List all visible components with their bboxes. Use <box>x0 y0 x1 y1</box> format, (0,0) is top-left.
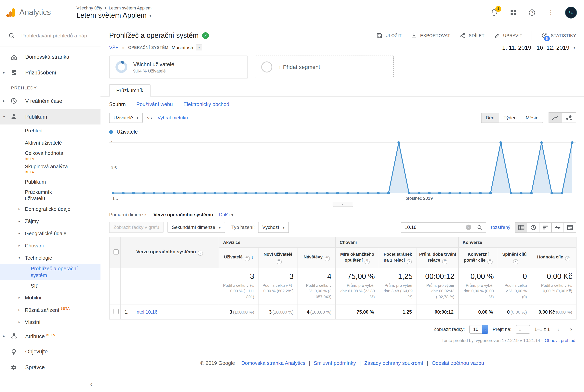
plot-rows-button[interactable]: Zobrazit řádky v grafu <box>109 222 164 233</box>
subtab-site-usage[interactable]: Používání webu <box>136 101 173 107</box>
table-search-input[interactable] <box>404 224 466 230</box>
column-header-users[interactable]: Uživatelé?↓ <box>219 248 258 268</box>
users-line-chart[interactable]: 10,5l…prosinec 2019 <box>109 137 576 203</box>
analytics-logo[interactable]: Analytics <box>6 7 72 18</box>
help-icon[interactable]: ? <box>365 259 370 264</box>
percentage-view-button[interactable] <box>527 222 540 233</box>
chart-expand-handle[interactable]: ▾ <box>332 202 353 207</box>
help-icon[interactable]: ? <box>488 259 492 264</box>
footer-link-analytics-home[interactable]: Domovská stránka Analytics <box>241 360 305 366</box>
column-header-goal-value[interactable]: Hodnota cíle? <box>531 248 576 268</box>
sidebar-search[interactable] <box>0 25 100 46</box>
breadcrumb[interactable]: Všechny účty > Letem světem Applem <box>76 5 152 10</box>
metric-select[interactable]: Uživatelé ▾ <box>109 112 143 123</box>
refresh-report-link[interactable]: Obnovit přehled <box>545 338 575 343</box>
primary-dimension-selected[interactable]: Verze operačního systému <box>154 212 213 218</box>
sidebar-item-active-users[interactable]: Aktivní uživatelé <box>0 137 100 149</box>
table-search-button[interactable] <box>474 222 486 233</box>
advanced-search-link[interactable]: rozšířený <box>491 224 510 230</box>
help-icon[interactable]: ? <box>244 256 250 262</box>
column-header-new-users[interactable]: Noví uživatelé? <box>258 248 298 268</box>
previous-page-button[interactable]: ‹ <box>554 326 563 334</box>
help-icon[interactable]: ? <box>407 259 412 264</box>
next-page-button[interactable]: › <box>567 326 575 334</box>
sidebar-item-audience[interactable]: ▾ Publikum <box>0 109 100 124</box>
goto-page-input[interactable] <box>516 325 530 334</box>
help-icon[interactable]: ? <box>513 259 518 264</box>
sidebar-item-behavior[interactable]: ▸ Chování <box>0 240 100 252</box>
report-search-input[interactable] <box>21 33 92 38</box>
dimension-more-link[interactable]: Další ▾ <box>219 212 234 218</box>
sidebar-item-customization[interactable]: ▸ Přizpůsobení <box>0 64 100 80</box>
pivot-view-button[interactable] <box>564 222 576 233</box>
sidebar-item-realtime[interactable]: ▸ V reálném čase <box>0 93 100 109</box>
apps-grid-button[interactable] <box>508 8 518 17</box>
motion-chart-toggle[interactable] <box>562 112 576 123</box>
save-button[interactable]: ULOŽIT <box>376 32 402 39</box>
granularity-week-button[interactable]: Týden <box>499 112 521 123</box>
sort-type-select[interactable]: Výchozí ▾ <box>258 222 289 233</box>
clear-search-icon[interactable]: × <box>466 224 471 230</box>
sidebar-item-custom[interactable]: ▸ Vlastní <box>0 316 100 328</box>
column-header-pages-session[interactable]: Počet stránek na 1 relaci? <box>379 248 417 268</box>
avatar[interactable]: Ła <box>565 6 577 18</box>
sidebar-item-interests[interactable]: ▸ Zájmy <box>0 215 100 228</box>
column-header-session-duration[interactable]: Prům. doba trvání relace? <box>417 248 458 268</box>
performance-view-button[interactable] <box>540 222 552 233</box>
overflow-menu-button[interactable]: ⋮ <box>546 8 556 17</box>
select-metric-link[interactable]: Vybrat metriku <box>158 115 188 120</box>
footer-link-feedback[interactable]: Odeslat zpětnou vazbu <box>432 360 484 366</box>
date-range-picker[interactable]: 1. 11. 2019 - 16. 12. 2019 ▾ <box>502 44 575 51</box>
add-segment-button[interactable]: + Přidat segment <box>255 56 394 78</box>
help-icon[interactable]: ? <box>324 256 330 262</box>
sidebar-item-admin[interactable]: Správce <box>0 360 100 376</box>
column-header-conversion-rate[interactable]: Konverzní poměr cíle? <box>458 248 498 268</box>
column-header-dimension[interactable]: Verze operačního systému? <box>120 237 219 268</box>
sidebar-item-demographics[interactable]: ▸ Demografické údaje <box>0 203 100 215</box>
column-header-goal-completions[interactable]: Splnění cílů? <box>498 248 531 268</box>
row-checkbox[interactable] <box>114 309 118 314</box>
select-all-checkbox[interactable] <box>114 250 118 255</box>
comparison-view-button[interactable] <box>552 222 564 233</box>
sidebar-item-lifetime-value[interactable]: Celková hodnotaBETA <box>0 149 100 162</box>
sidebar-collapse-button[interactable]: ‹ <box>90 380 92 389</box>
notifications-button[interactable]: 1 <box>490 8 499 17</box>
account-title[interactable]: Letem světem Applem ▾ <box>76 11 152 20</box>
sidebar-item-browser-os[interactable]: Prohlížeč a operační systém <box>0 264 100 280</box>
tab-explorer[interactable]: Průzkumník <box>109 84 150 96</box>
share-button[interactable]: SDÍLET <box>459 32 485 39</box>
sidebar-item-cross-device[interactable]: ▸ Různá zařízeníBETA <box>0 304 100 316</box>
insights-button[interactable]: 6 STATISTIKY <box>541 32 576 39</box>
footer-link-terms[interactable]: Smluvní podmínky <box>314 360 356 366</box>
help-icon[interactable]: ? <box>442 259 448 264</box>
sidebar-item-home[interactable]: Domovská stránka <box>0 49 100 64</box>
data-view-button[interactable] <box>515 222 527 233</box>
sidebar-item-user-explorer[interactable]: Průzkumník uživatelů <box>0 188 100 203</box>
granularity-month-button[interactable]: Měsíc <box>521 112 543 123</box>
footer-link-privacy[interactable]: Zásady ochrany soukromí <box>364 360 423 366</box>
line-chart-toggle[interactable] <box>548 112 562 123</box>
column-header-sessions[interactable]: Návštěvy? <box>298 248 336 268</box>
sidebar-item-discover[interactable]: Objevujte <box>0 344 100 360</box>
edit-button[interactable]: UPRAVIT <box>494 32 522 39</box>
sidebar-item-audiences[interactable]: Publikum <box>0 176 100 188</box>
column-header-bounce-rate[interactable]: Míra okamžitého opuštění? <box>336 248 379 268</box>
sidebar-item-geo[interactable]: ▸ Geografické údaje <box>0 228 100 240</box>
help-button[interactable]: ? <box>527 8 537 17</box>
export-button[interactable]: EXPORTOVAT <box>410 32 450 39</box>
filter-dropdown-button[interactable]: ▾ <box>196 44 202 50</box>
secondary-dimension-button[interactable]: Sekundární dimenze ▾ <box>168 222 225 233</box>
sidebar-item-overview[interactable]: Přehled <box>0 124 100 137</box>
filter-all-link[interactable]: VŠE <box>109 45 118 50</box>
subtab-summary[interactable]: Souhrn <box>109 101 126 107</box>
help-icon[interactable]: ? <box>198 251 203 256</box>
rows-per-page-select[interactable]: 10 ▲▼ <box>469 325 488 334</box>
sidebar-item-attribution[interactable]: ▸ AtribuceBETA <box>0 328 100 344</box>
help-icon[interactable]: ? <box>276 259 282 264</box>
dimension-link[interactable]: Intel 10.16 <box>135 310 158 315</box>
help-icon[interactable]: ? <box>565 256 570 262</box>
sidebar-item-mobile[interactable]: ▸ Mobilní <box>0 292 100 304</box>
subtab-ecommerce[interactable]: Elektronický obchod <box>184 101 229 107</box>
sidebar-item-network[interactable]: Síť <box>0 280 100 292</box>
sidebar-item-cohort-analysis[interactable]: Skupinová analýzaBETA <box>0 162 100 176</box>
